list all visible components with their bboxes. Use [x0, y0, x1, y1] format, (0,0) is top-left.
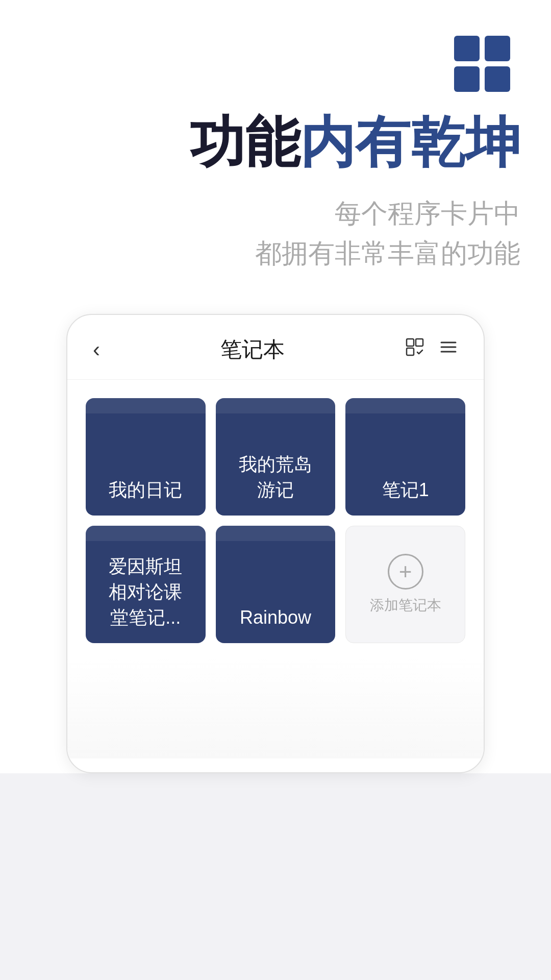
grid-logo-icon	[454, 36, 510, 92]
notebook-label-5: Rainbow	[240, 605, 311, 630]
notebook-card-5[interactable]: Rainbow	[216, 526, 336, 643]
subtitle-line2: 都拥有非常丰富的功能	[31, 233, 520, 273]
phone-bottom-fade	[67, 656, 484, 758]
notebook-grid: 我的日记 我的荒岛游记 笔记1 爱因斯坦相对论课堂笔记... Rainbow +…	[67, 380, 484, 662]
headline-section: 功能内有乾坤	[0, 92, 551, 173]
phone-mockup: ‹ 笔记本	[66, 314, 485, 773]
notebook-card-3[interactable]: 笔记1	[345, 398, 465, 516]
grid-cell-1	[454, 36, 480, 61]
svg-rect-2	[407, 348, 414, 355]
back-button[interactable]: ‹	[93, 337, 100, 362]
notebook-card-add[interactable]: + 添加笔记本	[345, 526, 465, 643]
notebook-card-1[interactable]: 我的日记	[86, 398, 206, 516]
subtitle-section: 每个程序卡片中 都拥有非常丰富的功能	[0, 173, 551, 273]
add-label: 添加笔记本	[370, 596, 441, 615]
bottom-area	[0, 773, 551, 980]
notebook-label-3: 笔记1	[382, 477, 429, 503]
headline-blue: 内有乾坤	[300, 111, 520, 173]
notebook-label-1: 我的日记	[109, 477, 182, 503]
add-icon: +	[388, 554, 423, 590]
headline-black: 功能	[190, 111, 300, 173]
select-icon[interactable]	[405, 337, 424, 361]
grid-cell-4	[485, 66, 510, 92]
menu-icon[interactable]	[439, 337, 458, 361]
subtitle-line1: 每个程序卡片中	[31, 193, 520, 233]
svg-rect-1	[416, 339, 423, 346]
grid-cell-2	[485, 36, 510, 61]
notebook-card-2[interactable]: 我的荒岛游记	[216, 398, 336, 516]
logo-area	[0, 0, 551, 92]
svg-rect-0	[407, 339, 414, 346]
header-icons	[405, 337, 458, 361]
notebook-label-4: 爱因斯坦相对论课堂笔记...	[109, 554, 182, 631]
notebook-card-4[interactable]: 爱因斯坦相对论课堂笔记...	[86, 526, 206, 643]
notebook-label-2: 我的荒岛游记	[239, 452, 312, 503]
app-title: 笔记本	[220, 335, 285, 364]
page-root: 功能内有乾坤 每个程序卡片中 都拥有非常丰富的功能 ‹ 笔记本	[0, 0, 551, 980]
grid-cell-3	[454, 66, 480, 92]
app-header: ‹ 笔记本	[67, 315, 484, 380]
phone-mockup-wrapper: ‹ 笔记本	[0, 314, 551, 773]
